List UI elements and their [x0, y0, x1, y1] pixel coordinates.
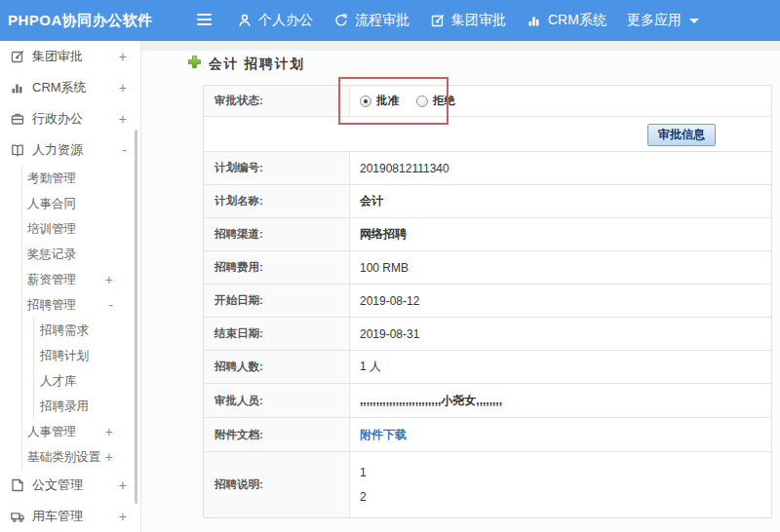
field-value: 100 RMB — [350, 251, 771, 284]
row-approvers: 审批人员: ,,,,,,,,,,,,,,,,,,,,,,,,,小尧女,,,,,,… — [204, 384, 771, 418]
approve-info-button[interactable]: 审批信息 — [647, 124, 716, 146]
edit-icon — [10, 49, 25, 64]
row-end-date: 结束日期: 2019-08-31 — [204, 318, 771, 351]
nav-group-approval[interactable]: 集团审批 — [430, 12, 506, 29]
sidebar-item-base-category-settings[interactable]: 基础类别设置 + — [22, 444, 140, 470]
chart-icon — [10, 80, 25, 95]
top-header-bar: PHPOA协同办公软件 个人办公 流程审批 集团审批 — [0, 0, 780, 41]
expand-plus-icon[interactable]: + — [119, 478, 127, 492]
expand-plus-icon[interactable]: + — [119, 81, 127, 95]
hamburger-icon[interactable] — [197, 14, 212, 25]
sidebar-item-label: 招聘需求 — [40, 323, 89, 339]
sidebar-item-personnel-mgmt[interactable]: 人事管理 + — [22, 419, 140, 444]
field-value: 2019-08-31 — [350, 318, 771, 350]
radio-approve-label: 批准 — [376, 94, 399, 108]
row-recruit-description: 招聘说明: 1 2 — [204, 452, 771, 517]
truck-icon — [10, 509, 25, 524]
sidebar-item-hr-contract[interactable]: 人事合同 — [22, 191, 140, 216]
sidebar-item-crm-system[interactable]: CRM系统 + — [0, 72, 140, 103]
expand-plus-icon[interactable]: + — [119, 112, 127, 126]
field-label: 审批状态: — [204, 86, 350, 116]
sidebar-item-group-approval[interactable]: 集团审批 + — [0, 41, 140, 72]
app-window: PHPOA协同办公软件 个人办公 流程审批 集团审批 — [0, 0, 780, 532]
nav-item-label: 更多应用 — [627, 12, 682, 29]
sidebar-item-vehicle-mgmt[interactable]: 用车管理 + — [0, 501, 140, 532]
field-value: 网络招聘 — [350, 218, 771, 250]
sidebar: 集团审批 + CRM系统 + 行政办公 + 人力资源 - 考勤管理 — [0, 41, 141, 532]
field-label: 开始日期: — [204, 285, 350, 317]
sidebar-item-label: 人才库 — [40, 373, 77, 390]
sidebar-item-label: 人事合同 — [27, 196, 76, 212]
field-value: ,,,,,,,,,,,,,,,,,,,,,,,,,小尧女,,,,,,,, — [350, 384, 771, 417]
sidebar-item-recruit-plan[interactable]: 招聘计划 — [34, 343, 140, 368]
row-headcount: 招聘人数: 1 人 — [204, 351, 771, 384]
nav-process-approval[interactable]: 流程审批 — [333, 12, 410, 29]
radio-approve[interactable] — [360, 95, 371, 107]
attachment-download-link[interactable]: 附件下载 — [360, 427, 407, 443]
expand-plus-icon[interactable]: + — [119, 510, 127, 523]
field-label: 招聘说明: — [204, 452, 350, 517]
expand-plus-icon[interactable]: + — [105, 425, 113, 438]
field-value: 会计 — [350, 185, 771, 217]
nav-crm-system[interactable]: CRM系统 — [526, 12, 606, 29]
nav-item-label: 集团审批 — [451, 12, 506, 29]
radio-reject[interactable] — [416, 95, 428, 107]
field-label: 招聘人数: — [204, 351, 350, 383]
collapse-minus-icon[interactable]: - — [108, 298, 113, 312]
sidebar-item-label: 考勤管理 — [27, 171, 76, 187]
row-attachment: 附件文档: 附件下载 — [204, 418, 771, 452]
expand-plus-icon[interactable]: + — [119, 50, 127, 63]
row-approve-button: 审批信息 — [204, 117, 771, 152]
sidebar-item-recruit-mgmt[interactable]: 招聘管理 - — [22, 292, 140, 318]
sidebar-item-label: 公文管理 — [32, 476, 83, 494]
sidebar-item-label: 奖惩记录 — [27, 247, 76, 263]
sidebar-item-document-mgmt[interactable]: 公文管理 + — [0, 470, 140, 501]
sidebar-item-admin-office[interactable]: 行政办公 + — [0, 103, 140, 134]
sidebar-submenu-human-resources: 考勤管理 人事合同 培训管理 奖惩记录 薪资管理 + 招聘管理 - 招聘需求 — [21, 166, 140, 470]
row-recruit-channel: 招聘渠道: 网络招聘 — [204, 218, 771, 251]
collapse-minus-icon[interactable]: - — [122, 143, 127, 157]
row-plan-number: 计划编号: 20190812111340 — [204, 152, 771, 185]
row-recruit-cost: 招聘费用: 100 RMB — [204, 251, 771, 285]
sidebar-item-talent-pool[interactable]: 人才库 — [34, 368, 140, 394]
field-label: 招聘费用: — [204, 251, 350, 284]
field-label: 计划编号: — [204, 152, 350, 184]
sidebar-item-training-mgmt[interactable]: 培训管理 — [22, 216, 140, 242]
sidebar-scrollbar[interactable] — [135, 130, 137, 504]
expand-plus-icon[interactable]: + — [105, 450, 113, 464]
recruit-plan-form: 审批状态: 批准 拒绝 审批信息 计划编号: 20190812111340 — [203, 85, 772, 518]
sidebar-item-label: 招聘管理 — [27, 297, 76, 314]
field-label: 结束日期: — [204, 318, 350, 350]
page-title-text: 会计 招聘计划 — [209, 56, 305, 73]
description-line: 1 — [360, 466, 367, 479]
sidebar-item-attendance-mgmt[interactable]: 考勤管理 — [22, 166, 140, 191]
field-value: 附件下载 — [350, 418, 771, 451]
row-plan-name: 计划名称: 会计 — [204, 185, 771, 218]
row-start-date: 开始日期: 2019-08-12 — [204, 285, 771, 318]
field-value: 20190812111340 — [350, 152, 771, 184]
field-value: 1 人 — [350, 351, 771, 383]
expand-plus-icon[interactable]: + — [105, 273, 113, 286]
sidebar-submenu-recruit-mgmt: 招聘需求 招聘计划 人才库 招聘录用 — [33, 318, 140, 419]
nav-more-apps[interactable]: 更多应用 — [627, 12, 699, 29]
sidebar-item-recruit-hire[interactable]: 招聘录用 — [34, 394, 140, 419]
main-content: 会计 招聘计划 审批状态: 批准 拒绝 审批信息 计划编号: — [141, 41, 780, 532]
sidebar-item-label: 招聘录用 — [40, 399, 89, 415]
page-title: 会计 招聘计划 — [187, 55, 305, 73]
sidebar-item-recruit-demand[interactable]: 招聘需求 — [34, 318, 140, 343]
field-label: 计划名称: — [204, 185, 350, 217]
description-line: 2 — [360, 490, 367, 504]
sidebar-item-label: CRM系统 — [32, 79, 87, 96]
sidebar-item-salary-mgmt[interactable]: 薪资管理 + — [22, 267, 140, 292]
sidebar-item-reward-punish-records[interactable]: 奖惩记录 — [22, 242, 140, 267]
sidebar-item-human-resources[interactable]: 人力资源 - — [0, 134, 140, 166]
field-value: 2019-08-12 — [350, 285, 771, 317]
sidebar-item-label: 薪资管理 — [27, 272, 76, 288]
content-top-strip — [141, 41, 780, 51]
person-icon — [237, 13, 253, 28]
edit-icon — [430, 13, 446, 28]
field-value: 批准 拒绝 — [350, 86, 771, 116]
row-approval-status: 审批状态: 批准 拒绝 — [204, 86, 771, 117]
nav-personal-office[interactable]: 个人办公 — [237, 12, 313, 29]
sidebar-item-label: 集团审批 — [32, 48, 83, 65]
